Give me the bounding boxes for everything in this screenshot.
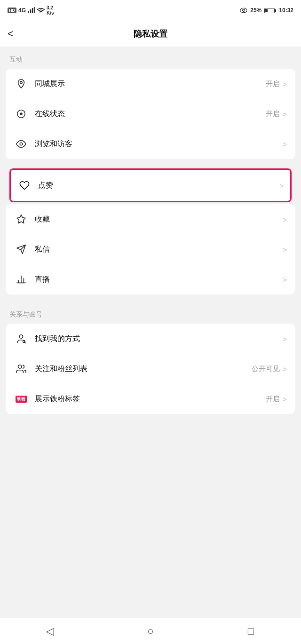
card-group-hudong: 同城展示 开启 > 在线状态 开启 > 浏览和访客 > [6,69,295,159]
svg-point-10 [20,143,23,145]
star-icon [14,212,28,226]
location-icon [14,77,28,91]
online-icon [14,107,28,121]
arrow-zaixian: > [283,110,287,118]
svg-point-6 [243,9,245,12]
arrow-guanzhu: > [283,365,287,373]
back-button[interactable]: < [8,28,14,40]
hd-badge: HD [8,8,16,13]
menu-item-shoucang[interactable]: 收藏 > [6,204,295,234]
arrow-tongcheng: > [283,80,287,88]
svg-line-20 [25,342,25,343]
status-left: HD 4G 3.2 K/s [8,5,54,16]
svg-rect-0 [28,11,29,13]
menu-item-tongcheng[interactable]: 同城展示 开启 > [6,69,295,99]
menu-item-zhaodao[interactable]: 找到我的方式 > [6,324,295,354]
time: 10:32 [279,7,293,14]
menu-value-guanzhu: 公开可见 [252,365,280,374]
battery-icon [264,8,276,13]
menu-item-zhibo[interactable]: 直播 > [6,264,295,294]
heart-icon [17,178,32,192]
arrow-tiefan: > [283,395,287,403]
svg-rect-2 [32,8,33,13]
menu-text-liulan: 浏览和访客 [35,139,280,149]
arrow-shoucang: > [283,215,287,223]
menu-item-guanzhu[interactable]: 关注和粉丝列表 公开可见 > [6,354,295,384]
svg-point-9 [20,112,23,115]
menu-value-tongcheng: 开启 [266,80,280,88]
tiefan-icon: 铁粉 [14,392,28,406]
status-right: 25% 10:32 [240,7,293,14]
eye-icon [14,137,28,151]
menu-item-liulan[interactable]: 浏览和访客 > [6,129,295,159]
svg-point-5 [240,8,247,13]
svg-point-21 [18,365,22,368]
svg-marker-11 [17,215,25,223]
arrow-zhaodao: > [283,335,287,343]
card-group-guanxi: 找到我的方式 > 关注和粉丝列表 公开可见 > 铁粉 展示铁粉标签 开启 > [6,324,295,414]
speed-text: 3.2 K/s [47,5,54,16]
signal-text: 4G [18,7,26,14]
status-bar: HD 4G 3.2 K/s 25% 10:32 [0,0,301,21]
menu-text-guanzhu: 关注和粉丝列表 [35,364,252,374]
card-group-more: 收藏 > 私信 > 直播 > [6,204,295,294]
nav-recent-button[interactable]: □ [241,622,260,641]
menu-item-dianzan[interactable]: 点赞 > [9,168,292,202]
dianzan-wrapper: 点赞 > [6,167,295,204]
arrow-dianzan: > [279,182,284,190]
tiefan-badge: 铁粉 [16,396,27,403]
menu-text-tongcheng: 同城展示 [35,79,266,89]
persons-icon [14,362,28,376]
menu-item-tiefan[interactable]: 铁粉 展示铁粉标签 开启 > [6,384,295,414]
svg-point-4 [40,12,41,13]
signal-icon [28,7,35,14]
menu-text-shoucang: 收藏 [35,215,280,224]
menu-text-dianzan: 点赞 [38,181,279,191]
menu-text-tiefan: 展示铁粉标签 [35,394,266,404]
person-search-icon [14,332,28,346]
menu-item-sixin[interactable]: 私信 > [6,234,295,264]
message-icon [14,242,28,256]
header: < 隐私设置 [0,21,301,47]
wifi-icon [37,7,45,14]
menu-value-zaixian: 开启 [266,110,280,119]
arrow-liulan: > [283,140,287,148]
menu-text-zhaodao: 找到我的方式 [35,334,280,344]
menu-text-zaixian: 在线状态 [35,109,266,119]
nav-back-button[interactable]: ◁ [41,622,60,641]
svg-rect-3 [34,7,36,13]
svg-rect-1 [30,9,32,13]
arrow-sixin: > [283,246,287,254]
menu-value-tiefan: 开启 [266,395,280,404]
menu-text-zhibo: 直播 [35,275,280,285]
battery-pct: 25% [250,7,261,14]
section-label-hudong: 互动 [0,47,301,69]
svg-point-7 [20,81,23,84]
section-label-guanxi: 关系与账号 [0,302,301,324]
arrow-zhibo: > [283,276,287,284]
bar-chart-icon [14,272,28,286]
menu-item-zaixian[interactable]: 在线状态 开启 > [6,99,295,129]
menu-text-sixin: 私信 [35,245,280,254]
bottom-nav: ◁ ○ □ [0,618,301,644]
eye-status-icon [240,7,247,14]
page-title: 隐私设置 [134,28,167,40]
nav-home-button[interactable]: ○ [141,622,160,641]
svg-point-18 [19,335,23,338]
